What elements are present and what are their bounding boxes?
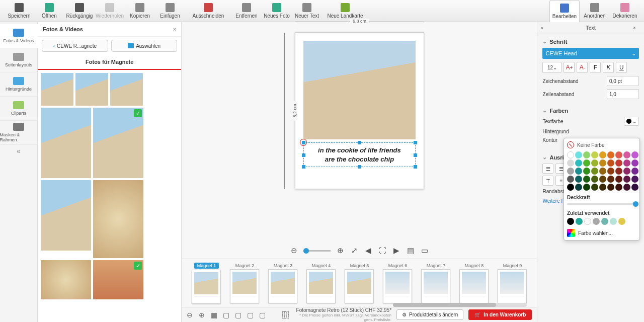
color-swatch[interactable] [607, 159, 614, 167]
color-swatch[interactable] [591, 168, 598, 175]
color-swatch[interactable] [567, 176, 574, 183]
align-icon[interactable]: ▤ [406, 246, 415, 255]
rail-layouts[interactable]: Seitenlayouts [0, 48, 38, 72]
italic-button[interactable]: K [603, 62, 614, 73]
no-color-button[interactable]: Keine Farbe [567, 141, 636, 148]
view2-icon[interactable]: ▢ [235, 311, 243, 319]
color-swatch[interactable] [623, 176, 630, 183]
color-swatch[interactable] [567, 184, 574, 191]
colors-section-heading[interactable]: Farben [542, 107, 639, 114]
thumbnail[interactable] [41, 73, 73, 106]
next-icon[interactable]: ▶ [392, 246, 401, 255]
magnet-item[interactable]: Magnet 2 [230, 263, 259, 303]
rail-backgrounds[interactable]: Hintergründe [0, 72, 38, 97]
recent-swatch[interactable] [610, 218, 617, 225]
thumbnail[interactable] [41, 108, 91, 178]
arrange-mode-button[interactable]: Anordnen [580, 0, 610, 22]
panel-collapse-icon[interactable]: « [540, 25, 548, 31]
color-swatch[interactable] [623, 159, 630, 167]
color-swatch[interactable] [599, 151, 606, 158]
color-swatch[interactable] [591, 151, 598, 158]
font-family-select[interactable]: CEWE Head⌄ [542, 48, 639, 59]
magnet-item[interactable]: Magnet 3 [268, 263, 297, 303]
save-button[interactable]: Speichern [4, 0, 34, 22]
view1-icon[interactable]: ▢ [223, 311, 231, 319]
undo-button[interactable]: Rückgängig [64, 0, 95, 22]
font-size-select[interactable]: 12 ⌄ [542, 62, 561, 73]
select-folder-button[interactable]: Auswählen [111, 40, 178, 52]
font-section-heading[interactable]: Schrift [542, 38, 639, 45]
prev-icon[interactable]: ◀ [364, 246, 373, 255]
color-swatch[interactable] [591, 184, 598, 191]
color-swatch[interactable] [583, 151, 590, 158]
magnet-item[interactable]: Magnet 6 [383, 263, 412, 303]
magnet-preview[interactable]: 6,8 cm 8,2 cm ✕ in the cookie of life fr… [295, 32, 424, 189]
magnet-item[interactable]: Magnet 1 [192, 263, 221, 304]
color-swatch[interactable] [599, 184, 606, 191]
color-swatch[interactable] [631, 168, 638, 175]
color-swatch[interactable] [615, 151, 622, 158]
char-spacing-input[interactable]: 0,0 pt [607, 76, 639, 86]
color-swatch[interactable] [599, 159, 606, 167]
color-swatch[interactable] [583, 159, 590, 167]
add-to-cart-button[interactable]: 🛒In den Warenkorb [468, 309, 532, 320]
collapse-rail-icon[interactable]: « [17, 147, 21, 155]
view3-icon[interactable]: ▢ [247, 311, 255, 319]
color-swatch[interactable] [583, 184, 590, 191]
color-picker-button[interactable]: Farbe wählen... [567, 229, 636, 237]
color-swatch[interactable] [623, 184, 630, 191]
thumbnail[interactable] [41, 260, 91, 299]
color-swatch[interactable] [607, 176, 614, 183]
color-swatch[interactable] [575, 168, 582, 175]
fullscreen-icon[interactable]: ⛶ [378, 246, 387, 255]
color-swatch[interactable] [567, 168, 574, 175]
magnet-item[interactable]: Magnet 5 [345, 263, 374, 303]
font-decrease-icon[interactable]: A- [577, 62, 588, 73]
decorate-mode-button[interactable]: Dekorieren [610, 0, 640, 22]
layout-icon[interactable]: ⿲▾ [282, 311, 290, 319]
magnet-item[interactable]: Magnet 9 [498, 263, 527, 303]
view4-icon[interactable]: ▢ [259, 311, 267, 319]
recent-swatch[interactable] [576, 218, 583, 225]
magnet-item[interactable]: Magnet 4 [306, 263, 336, 303]
color-swatch[interactable] [631, 151, 638, 158]
color-swatch[interactable] [615, 159, 622, 167]
color-swatch[interactable] [631, 184, 638, 191]
recent-swatch[interactable] [593, 218, 600, 225]
font-increase-icon[interactable]: A+ [564, 62, 575, 73]
color-swatch[interactable] [599, 168, 606, 175]
color-swatch[interactable] [623, 151, 630, 158]
color-swatch[interactable] [583, 176, 590, 183]
align-left-button[interactable]: ☰ [542, 164, 553, 174]
thumbnail[interactable]: ✓ [93, 108, 143, 178]
zoom-in-footer-icon[interactable]: ⊕ [199, 311, 207, 319]
recent-swatch[interactable] [584, 218, 591, 225]
fit-icon[interactable]: ⤢ [350, 246, 359, 255]
color-swatch[interactable] [631, 176, 638, 183]
line-spacing-input[interactable]: 1,0 [607, 89, 639, 99]
product-details-button[interactable]: ⚙Produktdetails ändern [396, 309, 463, 320]
color-swatch[interactable] [583, 168, 590, 175]
opacity-slider[interactable] [567, 203, 636, 205]
magnet-item[interactable]: Magnet 7 [421, 263, 450, 303]
cut-button[interactable]: Ausschneiden [185, 0, 231, 22]
zoom-out-icon[interactable]: ⊖ [289, 246, 298, 255]
color-swatch[interactable] [615, 168, 622, 175]
text-box[interactable]: ✕ in the cookie of life friendsare the c… [303, 142, 416, 167]
rail-masks[interactable]: Masken & Rahmen [0, 121, 38, 145]
open-button[interactable]: Öffnen [34, 0, 64, 22]
horizontal-scrollbar[interactable] [393, 303, 527, 307]
color-swatch[interactable] [567, 151, 574, 158]
color-swatch[interactable] [575, 184, 582, 191]
panel-close-icon[interactable]: × [633, 25, 641, 31]
color-swatch[interactable] [607, 168, 614, 175]
underline-button[interactable]: U [616, 62, 627, 73]
delete-button[interactable]: Entfernen [231, 0, 262, 22]
grid-footer-icon[interactable]: ▦ [211, 311, 219, 319]
rail-photos[interactable]: Fotos & Videos [0, 24, 38, 48]
edit-mode-button[interactable]: Bearbeiten [549, 0, 580, 22]
color-swatch[interactable] [615, 184, 622, 191]
color-swatch[interactable] [615, 176, 622, 183]
color-swatch[interactable] [591, 159, 598, 167]
ruler-icon[interactable]: ▭ [420, 246, 429, 255]
